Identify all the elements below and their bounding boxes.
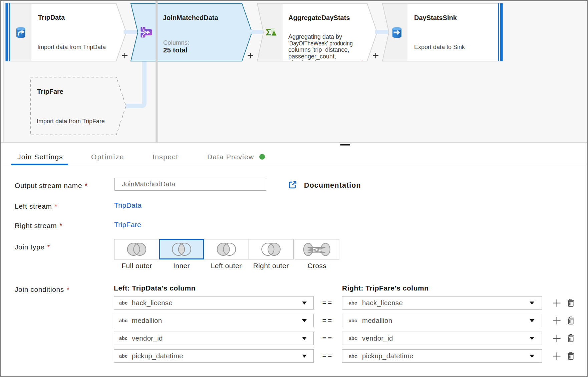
svg-text:Import data from TripData: Import data from TripData: [37, 44, 106, 50]
svg-text:Import data from TripFare: Import data from TripFare: [37, 118, 105, 125]
svg-text:columns 'trip_distance,: columns 'trip_distance,: [288, 46, 349, 53]
svg-text:'DayOfTheWeek' producing: 'DayOfTheWeek' producing: [288, 40, 353, 47]
svg-text:Columns:: Columns:: [163, 39, 189, 46]
svg-text:JoinMatchedData: JoinMatchedData: [163, 14, 218, 21]
svg-text:DayStatsSink: DayStatsSink: [414, 14, 457, 21]
svg-text:Σ: Σ: [266, 27, 271, 37]
svg-text:25 total: 25 total: [163, 46, 188, 54]
svg-text:AggregateDayStats: AggregateDayStats: [288, 14, 350, 21]
svg-text:passenger_count,: passenger_count,: [288, 53, 336, 60]
svg-text:Aggregating data by: Aggregating data by: [288, 33, 342, 40]
svg-text:TripFare: TripFare: [37, 88, 63, 95]
svg-text:TripData: TripData: [38, 14, 65, 21]
svg-text:Export data to Sink: Export data to Sink: [414, 44, 465, 50]
